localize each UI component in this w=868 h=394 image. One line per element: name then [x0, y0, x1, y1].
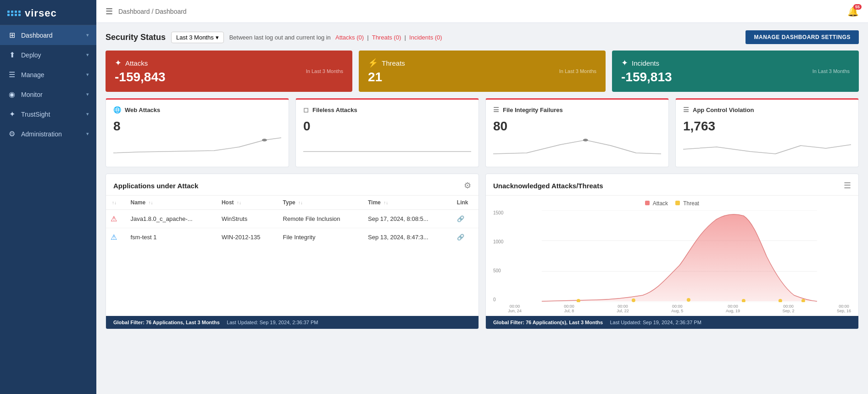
fileless-attacks-icon: ◻ — [303, 106, 309, 113]
svg-point-6 — [577, 299, 580, 302]
sidebar-item-trustsight[interactable]: ✦ TrustSight ▾ — [0, 104, 96, 124]
row-name: Java1.8.0_c_apache-... — [126, 210, 217, 228]
attacks-icon: ✦ — [115, 58, 122, 68]
incidents-value: -159,813 — [621, 70, 672, 84]
stat-cards: ✦ Attacks -159,843 In Last 3 Months ⚡ Th… — [106, 51, 859, 92]
col-time[interactable]: Time ↑↓ — [363, 196, 452, 210]
svg-point-0 — [262, 139, 267, 141]
apps-table: ↑↓ Name ↑↓ Host ↑↓ Type ↑↓ Time ↑↓ Link … — [106, 196, 479, 246]
attacks-stat-card: ✦ Attacks -159,843 In Last 3 Months — [106, 51, 352, 92]
attacks-period: In Last 3 Months — [306, 68, 343, 74]
app-control-sparkline — [683, 135, 851, 158]
administration-icon: ⚙ — [7, 129, 17, 138]
apps-footer-filter: Global Filter: 76 Applications, Last 3 M… — [113, 320, 220, 325]
sidebar: virsec ⊞ Dashboard ▾ ⬆ Deploy ▾ ☰ Manage… — [0, 0, 96, 394]
threats-title: Threats — [382, 59, 405, 67]
status-info: Between last log out and current log in … — [229, 34, 740, 41]
threat-legend-dot — [675, 201, 680, 205]
threats-value: 21 — [368, 70, 405, 84]
breadcrumb: Dashboard / Dashboard — [118, 8, 187, 15]
attacks-title: Attacks — [125, 59, 148, 67]
col-sort[interactable]: ↑↓ — [106, 196, 126, 210]
row-type: Remote File Inclusion — [278, 210, 363, 228]
chevron-down-icon: ▾ — [86, 111, 89, 117]
attack-chart-svg — [508, 210, 851, 302]
row-host: WinStruts — [217, 210, 278, 228]
menu-icon[interactable]: ☰ — [844, 180, 851, 191]
filter-label: Last 3 Months — [176, 34, 214, 41]
dashboard-icon: ⊞ — [7, 31, 17, 39]
threats-link[interactable]: Threats (0) — [372, 34, 401, 41]
apps-panel-footer: Global Filter: 76 Applications, Last 3 M… — [106, 316, 479, 329]
sidebar-item-deploy[interactable]: ⬆ Deploy ▾ — [0, 45, 96, 65]
fileless-attacks-sparkline — [303, 135, 471, 158]
chart-area: 00:00Jun, 24 00:00Jul, 8 00:00Jul, 22 00… — [508, 210, 851, 313]
attack-legend: Attack — [645, 200, 668, 207]
sidebar-item-label: Monitor — [21, 91, 43, 98]
threats-stat-card: ⚡ Threats 21 In Last 3 Months — [359, 51, 606, 92]
monitor-icon: ◉ — [7, 90, 17, 99]
sidebar-item-label: Manage — [21, 71, 45, 79]
incidents-stat-card: ✦ Incidents -159,813 In Last 3 Months — [612, 51, 859, 92]
file-integrity-value: 80 — [493, 119, 661, 134]
apps-table-wrapper: ↑↓ Name ↑↓ Host ↑↓ Type ↑↓ Time ↑↓ Link … — [106, 196, 479, 246]
incidents-icon: ✦ — [621, 58, 628, 68]
svg-point-7 — [632, 298, 635, 302]
file-integrity-icon: ☰ — [493, 106, 499, 113]
file-integrity-title: File Integrity Failures — [503, 107, 563, 113]
chevron-down-icon: ▾ — [86, 52, 89, 58]
settings-icon[interactable]: ⚙ — [464, 180, 471, 191]
incidents-title: Incidents — [632, 59, 659, 67]
chevron-down-icon: ▾ — [86, 91, 89, 97]
chevron-down-icon: ▾ — [86, 32, 89, 38]
col-name[interactable]: Name ↑↓ — [126, 196, 217, 210]
col-type[interactable]: Type ↑↓ — [278, 196, 363, 210]
trustsight-icon: ✦ — [7, 110, 17, 118]
app-control-title: App Control Violation — [693, 107, 754, 113]
svg-point-1 — [583, 139, 588, 141]
bottom-section: Applications under Attack ⚙ ↑↓ Name ↑↓ H… — [106, 174, 859, 329]
col-link: Link — [452, 196, 479, 210]
app-control-icon: ☰ — [683, 106, 689, 113]
incidents-link[interactable]: Incidents (0) — [409, 34, 442, 41]
link-icon[interactable]: 🔗 — [457, 234, 464, 241]
sidebar-item-dashboard[interactable]: ⊞ Dashboard ▾ — [0, 25, 96, 45]
attacks-footer-filter: Global Filter: 76 Application(s), Last 3… — [493, 320, 603, 325]
y-axis-labels: 1500 1000 500 0 — [493, 210, 505, 302]
manage-dashboard-button[interactable]: MANAGE DASHBOARD SETTINGS — [746, 30, 859, 44]
row-host: WIN-2012-135 — [217, 228, 278, 247]
main-content: ☰ Dashboard / Dashboard 🔔 55 Security St… — [96, 0, 868, 394]
app-control-value: 1,763 — [683, 119, 851, 134]
notification-button[interactable]: 🔔 55 — [847, 6, 859, 17]
status-filter-dropdown[interactable]: Last 3 Months ▾ — [171, 32, 224, 43]
mini-cards: 🌐 Web Attacks 8 ◻ Fileless Attacks 0 — [106, 98, 859, 167]
security-status-title: Security Status — [106, 33, 166, 42]
web-attacks-value: 8 — [113, 119, 281, 134]
attacks-link[interactable]: Attacks (0) — [335, 34, 364, 41]
web-attacks-icon: 🌐 — [113, 106, 121, 113]
attacks-panel-footer: Global Filter: 76 Application(s), Last 3… — [486, 316, 858, 329]
web-attacks-title: Web Attacks — [125, 107, 160, 113]
chevron-down-icon: ▾ — [86, 131, 89, 137]
chart-panel: Attack Threat 1500 1000 500 0 — [486, 196, 858, 316]
x-axis-labels: 00:00Jun, 24 00:00Jul, 8 00:00Jul, 22 00… — [508, 304, 851, 313]
content-area: Security Status Last 3 Months ▾ Between … — [96, 23, 868, 394]
logo-dots — [7, 11, 21, 16]
incidents-period: In Last 3 Months — [812, 68, 850, 74]
row-time: Sep 17, 2024, 8:08:5... — [363, 210, 452, 228]
attacks-footer-updated: Last Updated: Sep 19, 2024, 2:36:37 PM — [610, 320, 701, 325]
attacks-value: -159,843 — [115, 70, 166, 84]
threats-icon: ⚡ — [368, 58, 378, 68]
chevron-down-icon: ▾ — [216, 34, 219, 41]
sidebar-item-manage[interactable]: ☰ Manage ▾ — [0, 65, 96, 84]
sidebar-item-label: Administration — [21, 130, 62, 138]
col-host[interactable]: Host ↑↓ — [217, 196, 278, 210]
chevron-down-icon: ▾ — [86, 72, 89, 78]
link-icon[interactable]: 🔗 — [457, 215, 464, 222]
file-integrity-sparkline — [493, 135, 661, 158]
hamburger-menu[interactable]: ☰ — [106, 6, 113, 17]
sidebar-item-administration[interactable]: ⚙ Administration ▾ — [0, 124, 96, 144]
sidebar-item-monitor[interactable]: ◉ Monitor ▾ — [0, 84, 96, 104]
sidebar-item-label: TrustSight — [21, 111, 50, 118]
fileless-attacks-title: Fileless Attacks — [312, 107, 357, 113]
